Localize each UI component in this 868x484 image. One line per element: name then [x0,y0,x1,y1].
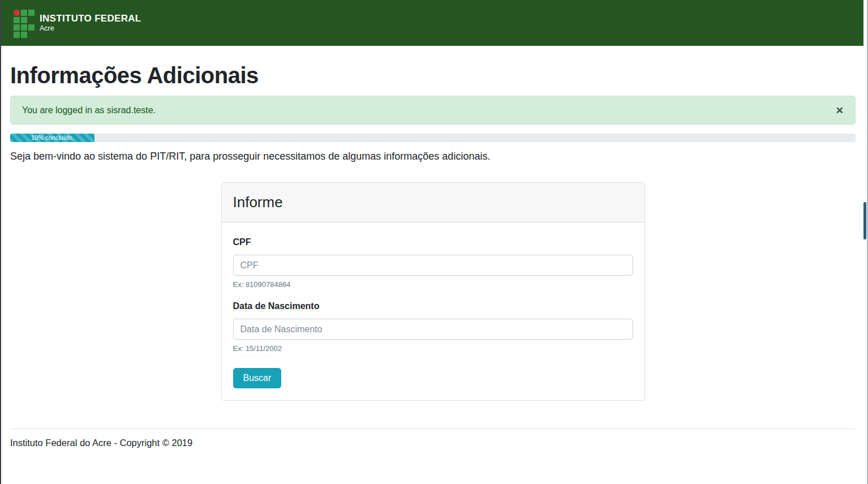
cpf-form-group: CPF Ex: 81090784864 [233,237,633,289]
brand-title: INSTITUTO FEDERAL [40,14,141,24]
logo-square [21,24,27,31]
brand-subtitle: Acre [40,24,141,32]
logo-square [28,10,35,16]
progress-bar-track: 10% concluído. [10,134,856,142]
card-body: CPF Ex: 81090784864 Data de Nascimento E… [222,222,644,400]
footer-copyright: Instituto Federal do Acre - Copyright © … [10,429,856,457]
alert-message: You are logged in as sisrad.teste. [22,105,156,115]
logo-square [21,17,27,23]
cpf-help-text: Ex: 81090784864 [233,280,633,289]
logo-gap [28,17,35,23]
logo-square [21,10,27,16]
cpf-input[interactable] [233,255,633,276]
vertical-scrollbar-thumb[interactable] [863,202,866,239]
card-title: Informe [233,194,633,211]
buscar-button[interactable]: Buscar [233,368,282,388]
logo-red-dot [14,10,20,16]
browser-viewport: INSTITUTO FEDERAL Acre Informações Adici… [0,0,868,484]
informe-card: Informe CPF Ex: 81090784864 Data de Nasc… [221,182,645,401]
main-container: Informações Adicionais You are logged in… [1,63,865,457]
page-content: INSTITUTO FEDERAL Acre Informações Adici… [1,0,865,457]
logo-square [14,24,20,31]
birthdate-label: Data de Nascimento [233,301,633,311]
birthdate-help-text: Ex: 15/11/2002 [233,344,633,353]
login-success-alert: You are logged in as sisrad.teste. ✕ [10,96,856,125]
logo-square [28,24,35,31]
logo-square [14,17,20,23]
navbar: INSTITUTO FEDERAL Acre [1,0,865,46]
vertical-scrollbar-track[interactable] [863,0,868,484]
brand: INSTITUTO FEDERAL Acre [40,14,141,33]
card-header: Informe [222,183,644,222]
logo-square [21,32,27,38]
logo-gap [28,32,35,38]
birthdate-input[interactable] [233,319,633,340]
cpf-label: CPF [233,237,633,247]
instituto-federal-logo-icon [14,10,35,38]
progress-bar-fill: 10% concluído. [10,134,94,142]
birthdate-form-group: Data de Nascimento Ex: 15/11/2002 [233,301,633,353]
logo-square [14,32,20,38]
welcome-message: Seja bem-vindo ao sistema do PIT/RIT, pa… [10,151,856,162]
close-icon[interactable]: ✕ [836,105,844,115]
page-title: Informações Adicionais [10,63,856,88]
